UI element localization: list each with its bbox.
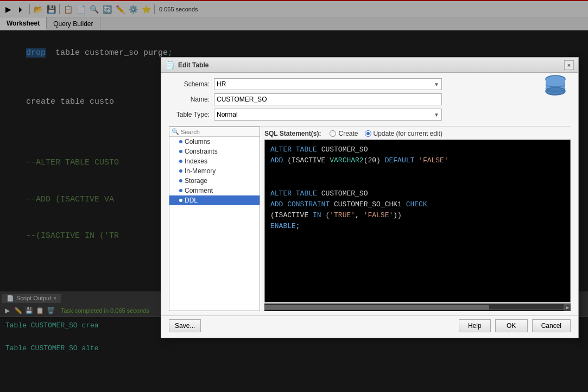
indexes-label: Indexes: [185, 157, 207, 165]
table-type-arrow-icon: ▼: [434, 112, 439, 118]
radio-update-circle: [365, 130, 371, 137]
comment-dot: [179, 189, 182, 192]
footer-right: Help OK Cancel: [459, 319, 571, 332]
name-input[interactable]: [214, 93, 442, 105]
dialog-form: Schema: HR ▼ Name: Table Type: Normal ▼: [161, 73, 578, 126]
dialog-close-button[interactable]: ×: [564, 60, 574, 70]
edit-table-icon: 🗒️: [166, 61, 175, 69]
schema-arrow-icon: ▼: [434, 81, 439, 87]
tree-item-comment[interactable]: Comment: [169, 186, 260, 195]
columns-dot: [179, 140, 182, 143]
scroll-right-btn[interactable]: ▶: [564, 304, 571, 311]
name-label: Name:: [169, 96, 210, 103]
tree-item-columns[interactable]: Columns: [169, 137, 260, 147]
tree-item-in-memory[interactable]: In-Memory: [169, 166, 260, 176]
tree-item-ddl[interactable]: DDL: [169, 195, 260, 205]
sql-line-7: (ISACTIVE IN ('TRUE', 'FALSE')): [270, 210, 565, 221]
ddl-dot: [179, 199, 182, 202]
search-bar: 🔍: [169, 127, 260, 137]
tree-search-input[interactable]: [181, 129, 257, 135]
comment-label: Comment: [185, 187, 213, 194]
in-memory-label: In-Memory: [185, 167, 216, 175]
tree-panel: 🔍 Columns Constraints Indexes In-Memory: [169, 127, 260, 311]
dialog-footer: Save... Help OK Cancel: [161, 315, 578, 338]
dialog-titlebar: 🗒️ Edit Table ×: [161, 58, 578, 73]
edit-table-dialog: 🗒️ Edit Table × Schema: HR ▼ Name: Table…: [161, 57, 579, 338]
radio-group: Create Update (for current edit): [330, 130, 442, 137]
schema-row: Schema: HR ▼: [169, 78, 571, 90]
storage-dot: [179, 179, 182, 182]
sql-header: SQL Statement(s): Create Update (for cur…: [264, 127, 571, 140]
constraints-dot: [179, 150, 182, 153]
help-button[interactable]: Help: [459, 319, 491, 332]
sql-scrollbar-container: ▶: [264, 304, 571, 311]
cancel-button[interactable]: Cancel: [532, 319, 571, 332]
table-type-label: Table Type:: [169, 111, 210, 118]
sql-line-2: ADD (ISACTIVE VARCHAR2(20) DEFAULT 'FALS…: [270, 155, 565, 166]
sql-editor[interactable]: ALTER TABLE CUSTOMER_SO ADD (ISACTIVE VA…: [264, 140, 571, 302]
db-icon-area: [541, 73, 570, 101]
table-type-row: Table Type: Normal ▼: [169, 109, 571, 121]
scroll-thumb: [265, 305, 489, 309]
dialog-title-text: Edit Table: [178, 61, 208, 69]
save-button[interactable]: Save...: [169, 319, 201, 332]
schema-label: Schema:: [169, 80, 210, 88]
sql-statements-label: SQL Statement(s):: [264, 130, 321, 137]
sql-line-8: ENABLE;: [270, 221, 565, 232]
tree-item-storage[interactable]: Storage: [169, 176, 260, 186]
sql-line-3: [270, 166, 565, 177]
radio-update[interactable]: Update (for current edit): [365, 130, 442, 137]
in-memory-dot: [179, 169, 182, 173]
dialog-content: 🔍 Columns Constraints Indexes In-Memory: [169, 126, 571, 311]
sql-panel: SQL Statement(s): Create Update (for cur…: [264, 127, 571, 311]
footer-left: Save...: [169, 319, 201, 332]
ok-button[interactable]: OK: [495, 319, 528, 332]
name-row: Name:: [169, 93, 571, 105]
table-type-value: Normal: [217, 111, 238, 118]
tree-item-indexes[interactable]: Indexes: [169, 156, 260, 166]
database-icon: [541, 73, 570, 101]
schema-value: HR: [217, 80, 226, 88]
tree-item-constraints[interactable]: Constraints: [169, 147, 260, 156]
sql-line-5: ALTER TABLE CUSTOMER_SO: [270, 188, 565, 199]
sql-horizontal-scrollbar[interactable]: [264, 305, 564, 310]
table-type-select[interactable]: Normal ▼: [214, 109, 442, 121]
search-icon: 🔍: [172, 128, 179, 135]
radio-create-circle: [330, 130, 336, 137]
dialog-title: 🗒️ Edit Table: [166, 61, 208, 69]
sql-line-4: [270, 177, 565, 188]
schema-select[interactable]: HR ▼: [214, 78, 442, 90]
radio-create[interactable]: Create: [330, 130, 358, 137]
storage-label: Storage: [185, 177, 207, 185]
ddl-label: DDL: [185, 197, 198, 204]
radio-update-label: Update (for current edit): [374, 130, 442, 137]
indexes-dot: [179, 160, 182, 163]
columns-label: Columns: [185, 138, 210, 146]
constraints-label: Constraints: [185, 148, 218, 155]
sql-line-1: ALTER TABLE CUSTOMER_SO: [270, 144, 565, 155]
sql-line-6: ADD CONSTRAINT CUSTOMER_SO_CHK1 CHECK: [270, 199, 565, 210]
radio-create-label: Create: [338, 130, 358, 137]
